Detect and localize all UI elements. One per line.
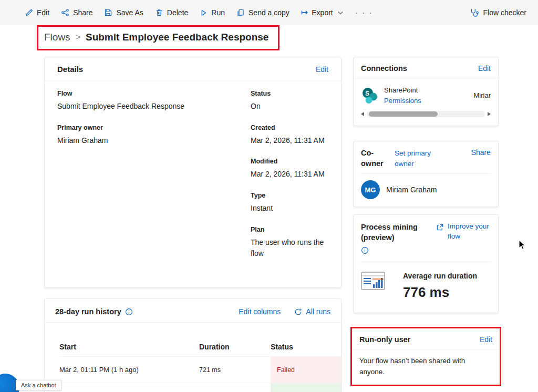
field-plan-value: The user who runs the flow [251, 237, 328, 260]
send-copy-button-label: Send a copy [249, 8, 289, 17]
improve-your-flow-link[interactable]: Improve your flow [436, 222, 491, 242]
export-button-label: Export [312, 8, 333, 17]
flow-checker-label: Flow checker [483, 8, 526, 17]
field-flow-label: Flow [57, 90, 251, 97]
run-duration-chart-icon [361, 272, 385, 291]
run-icon [200, 9, 208, 17]
chevron-down-icon [338, 11, 343, 15]
table-row-partial[interactable] [59, 383, 341, 392]
co-owner-name: Miriam Graham [386, 185, 437, 194]
save-as-button-label: Save As [116, 8, 143, 17]
edit-button[interactable]: Edit [19, 0, 55, 25]
more-icon: · · · [355, 7, 373, 18]
run-history-title: 28-day run history [55, 307, 121, 316]
co-owner-title: Co-owner [361, 148, 388, 169]
field-created: Created Mar 2, 2026, 11:31 AM [251, 124, 328, 147]
column-header-start: Start [59, 343, 199, 351]
delete-button-label: Delete [167, 8, 188, 17]
connections-card: Connections Edit S SharePoint Permission… [353, 57, 499, 126]
info-icon[interactable] [125, 308, 133, 316]
edit-icon [25, 8, 33, 17]
status-badge-partial [271, 383, 342, 392]
flow-checker-icon [469, 8, 479, 17]
info-icon[interactable] [361, 246, 369, 254]
field-modified-value: Mar 2, 2026, 11:31 AM [251, 169, 328, 180]
connections-edit-link[interactable]: Edit [478, 64, 491, 73]
connections-scrollbar[interactable] [361, 111, 491, 117]
edit-button-label: Edit [37, 8, 49, 17]
run-only-user-message: Your flow hasn’t been shared with anyone… [359, 349, 472, 378]
delete-icon [155, 8, 163, 17]
refresh-icon [294, 308, 302, 316]
cell-duration: 721 ms [199, 366, 271, 374]
field-primary-owner-value: Miriam Graham [57, 135, 231, 147]
connection-permissions-link[interactable]: Permissions [384, 96, 421, 106]
page-title: Submit Employee Feedback Response [86, 32, 268, 43]
share-button[interactable]: Share [55, 0, 98, 25]
annotation-box-breadcrumb: Flows > Submit Employee Feedback Respons… [37, 25, 280, 50]
co-owner-card: Co-owner Set primary owner Share MG Miri… [353, 141, 499, 207]
open-flow-icon [436, 223, 444, 231]
connection-provider: SharePoint [384, 85, 421, 96]
connections-title: Connections [361, 64, 407, 73]
all-runs-label: All runs [306, 307, 330, 316]
field-primary-owner-label: Primary owner [57, 124, 251, 131]
breadcrumb-flows-link[interactable]: Flows [44, 32, 70, 43]
run-only-user-edit-link[interactable]: Edit [480, 335, 492, 344]
send-copy-button[interactable]: Send a copy [231, 0, 295, 25]
share-button-label: Share [73, 8, 92, 17]
scrollbar-thumb[interactable] [369, 111, 438, 117]
field-modified-label: Modified [251, 158, 328, 165]
field-plan-label: Plan [251, 226, 328, 233]
export-icon: ↦ [301, 8, 308, 17]
chatbot-label: Ask a chatbot [16, 380, 61, 390]
scroll-right-icon[interactable] [488, 112, 491, 116]
process-mining-card: Process mining (preview) Improve your fl… [353, 214, 499, 313]
delete-button[interactable]: Delete [149, 0, 194, 25]
run-button[interactable]: Run [194, 0, 231, 25]
command-bar: Edit Share Save As Delete Run [0, 0, 538, 25]
field-created-label: Created [251, 124, 328, 131]
main-column: Details Edit Flow Submit Employee Feedba… [44, 57, 342, 392]
breadcrumb-separator: > [76, 33, 80, 42]
side-column: Connections Edit S SharePoint Permission… [353, 57, 499, 392]
run-history-table: Start Duration Status Mar 2, 01:11 PM (1… [45, 337, 341, 392]
field-flow: Flow Submit Employee Feedback Response [57, 90, 251, 112]
annotation-box-run-only-user: Run-only user Edit Your flow hasn’t been… [350, 327, 501, 386]
field-status-label: Status [251, 90, 328, 97]
co-owner-share-link[interactable]: Share [471, 148, 491, 157]
set-primary-owner-link[interactable]: Set primary owner [395, 148, 443, 169]
edit-columns-link[interactable]: Edit columns [239, 307, 281, 316]
details-card: Details Edit Flow Submit Employee Feedba… [44, 57, 342, 288]
more-commands-button[interactable]: · · · [349, 0, 379, 25]
all-runs-link[interactable]: All runs [294, 307, 330, 316]
scrollbar-track[interactable] [367, 111, 485, 117]
field-type: Type Instant [251, 192, 328, 214]
details-title: Details [57, 65, 83, 74]
mouse-cursor [518, 240, 529, 253]
run-only-user-card: Run-only user Edit Your flow hasn’t been… [352, 328, 500, 385]
column-header-duration: Duration [199, 343, 271, 351]
export-button[interactable]: ↦ Export [295, 0, 349, 25]
scroll-left-icon[interactable] [361, 112, 364, 116]
field-primary-owner: Primary owner Miriam Graham [57, 124, 251, 147]
save-as-button[interactable]: Save As [98, 0, 149, 25]
field-created-value: Mar 2, 2026, 11:31 AM [251, 135, 328, 147]
details-edit-link[interactable]: Edit [316, 65, 328, 74]
send-copy-icon [236, 8, 245, 17]
save-as-icon [104, 8, 112, 17]
average-run-duration-label: Average run duration [403, 272, 477, 280]
improve-your-flow-label: Improve your flow [448, 222, 491, 242]
table-row[interactable]: Mar 2, 01:11 PM (1 h ago) 721 ms Failed [59, 356, 341, 383]
process-mining-title: Process mining (preview) [361, 222, 426, 243]
field-status: Status On [251, 90, 328, 112]
avatar: MG [361, 180, 380, 199]
table-header-row: Start Duration Status [59, 337, 341, 356]
run-history-card: 28-day run history Edit columns All runs [44, 298, 342, 392]
flow-checker-button[interactable]: Flow checker [469, 8, 530, 17]
sharepoint-icon: S [361, 87, 379, 105]
run-button-label: Run [211, 8, 225, 17]
average-run-duration-value: 776 ms [403, 284, 477, 301]
field-plan: Plan The user who runs the flow [251, 226, 328, 260]
field-type-value: Instant [251, 203, 328, 214]
